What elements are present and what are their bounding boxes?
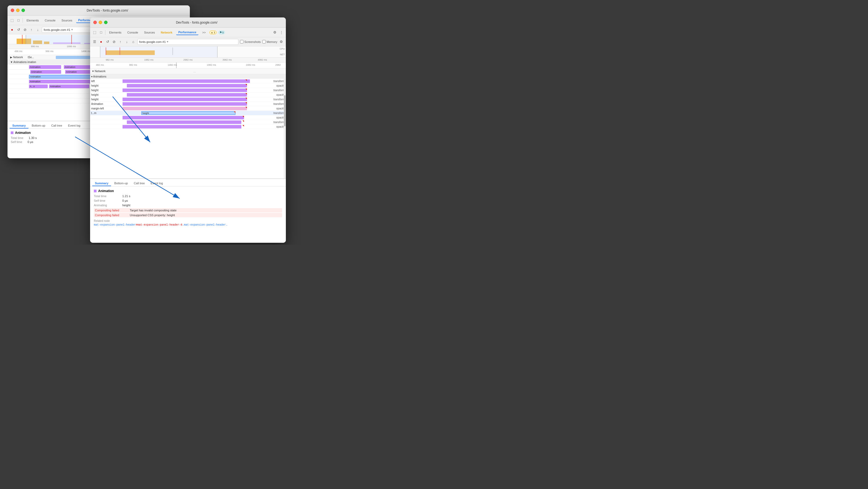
related-node-label: Related node — [94, 219, 282, 222]
tick-996ms-1: 996 ms — [31, 45, 39, 48]
info-badge-2: ⚑ 1 — [218, 31, 225, 34]
w2-flame-row-7: t...m height transform — [90, 111, 286, 115]
close-button-1[interactable] — [11, 8, 14, 12]
w2-flame-row-6: margin-left opacity — [90, 106, 286, 111]
record-icon-2[interactable]: ● — [99, 39, 103, 44]
upload-icon-1[interactable]: ↑ — [29, 27, 34, 32]
maximize-button-2[interactable] — [104, 21, 107, 24]
bottomup-tab-1[interactable]: Bottom-up — [29, 123, 48, 128]
tab-console-1[interactable]: Console — [43, 18, 58, 23]
title-bar-2: DevTools - fonts.google.com/ — [90, 18, 286, 28]
url-bar-2: fonts.google.com #1 ▾ — [137, 39, 238, 45]
clear-icon-2[interactable]: ⊘ — [112, 39, 116, 44]
summary-content-2: Animation Total time 1.21 s Self time 0 … — [90, 186, 286, 243]
tab-elements-2[interactable]: Elements — [107, 30, 124, 35]
inspector-icon[interactable]: ⬚ — [10, 18, 14, 23]
zoom-ruler-2: 482 ms 982 ms 1482 ms 1982 ms 2482 ms 29… — [90, 62, 286, 68]
record-icon-1[interactable]: ● — [10, 27, 14, 32]
calltree-tab-1[interactable]: Call tree — [49, 123, 65, 128]
minimize-button-2[interactable] — [99, 21, 102, 24]
traffic-lights-1 — [11, 8, 25, 12]
summary-title-2: Animation — [94, 189, 282, 193]
dots-label: ... — [105, 70, 284, 73]
more-icon-2[interactable]: ⋮ — [279, 30, 284, 35]
bottom-panel-2: Summary Bottom-up Call tree Event log An… — [90, 178, 286, 243]
sidebar-icon-2[interactable]: ☰ — [92, 39, 97, 44]
total-time-row-2: Total time 1.21 s — [94, 194, 282, 198]
settings-icon-2[interactable]: ⚙ — [273, 30, 277, 35]
related-node-value[interactable]: mat-expansion-panel-header#mat-expansion… — [94, 223, 282, 226]
network-label-1: ▶ Network — [9, 56, 24, 59]
net-label: NET — [280, 53, 285, 56]
toolbar2-2: ☰ ● ↺ ⊘ ↑ ↓ ⌂ fonts.google.com #1 ▾ Scre… — [90, 37, 286, 47]
w2-flame-row-0: left transform — [90, 79, 286, 84]
w2-flame-row-3: height opacity — [90, 93, 286, 97]
timeline-minimap-2[interactable]: CPU NET 982 ms 1982 ms 2982 ms 3982 ms 4… — [90, 47, 286, 62]
toolbar-sep-1 — [23, 18, 23, 23]
screenshots-checkbox-2[interactable]: Screenshots — [240, 40, 261, 43]
url-text-1: fonts.google.com #1 — [44, 28, 70, 31]
devtools-window-2: DevTools - fonts.google.com/ ⬚ □ Element… — [90, 18, 286, 243]
tab-console-2[interactable]: Console — [125, 30, 140, 35]
self-time-row-2: Self time 0 μs — [94, 199, 282, 202]
animations-label-1: ▼ Animations imation — [9, 61, 37, 64]
tab-more-2[interactable]: >> — [200, 30, 208, 35]
device-icon[interactable]: □ — [16, 18, 21, 23]
window-title-1: DevTools - fonts.google.com/ — [28, 8, 187, 12]
tab-performance-2[interactable]: Performance — [176, 30, 198, 35]
traffic-lights-2 — [93, 21, 107, 24]
warn-badge-2: ▲ 1 — [210, 31, 216, 34]
device-icon-2[interactable]: □ — [99, 30, 103, 35]
toolbar-sep-2 — [105, 30, 105, 35]
calltree-tab-2[interactable]: Call tree — [131, 181, 148, 186]
network-label-2: ▾ Network — [92, 69, 105, 73]
w2-flame-row-9: transform — [90, 120, 286, 124]
summary-color-1 — [11, 131, 13, 134]
bottom-tabs-2: Summary Bottom-up Call tree Event log — [90, 179, 286, 186]
maximize-button-1[interactable] — [22, 8, 25, 12]
animating-row: Animating height — [94, 204, 282, 207]
memory-checkbox-2[interactable]: Memory — [262, 40, 277, 43]
tse-label: tSe... — [27, 56, 35, 59]
inspector-icon-2[interactable]: ⬚ — [92, 30, 97, 35]
download-icon-1[interactable]: ↓ — [35, 27, 40, 32]
tab-sources-2[interactable]: Sources — [142, 30, 157, 35]
error-row-1: Compositing failed Unsupported CSS prope… — [94, 213, 282, 217]
w2-flame-row-4: height transform — [90, 97, 286, 102]
anim-bar[interactable]: Animation — [64, 65, 91, 69]
w2-flame-row-1: height opacity — [90, 84, 286, 88]
tab-elements-1[interactable]: Elements — [24, 18, 41, 23]
summary-tab-2[interactable]: Summary — [92, 181, 111, 186]
w2-flame-row-2: height transform — [90, 88, 286, 93]
timeline-numbers-2: 982 ms 1982 ms 2982 ms 3982 ms 4982 ms — [90, 57, 286, 62]
settings3-icon-2[interactable]: ⚙ — [279, 39, 284, 44]
error-row-0: Compositing failed Target has invalid co… — [94, 208, 282, 212]
upload-icon-2[interactable]: ↑ — [118, 39, 123, 44]
minimize-button-1[interactable] — [16, 8, 20, 12]
tab-sources-1[interactable]: Sources — [59, 18, 74, 23]
home-icon-2[interactable]: ⌂ — [131, 39, 136, 44]
reload-icon-1[interactable]: ↺ — [16, 27, 21, 32]
w2-flame-row-8: opacity — [90, 115, 286, 120]
reload-icon-2[interactable]: ↺ — [105, 39, 110, 44]
clear-icon-1[interactable]: ⊘ — [23, 27, 27, 32]
cpu-label: CPU — [280, 48, 285, 50]
eventlog-tab-2[interactable]: Event log — [148, 181, 166, 186]
summary-color-2 — [94, 190, 96, 192]
eventlog-tab-1[interactable]: Event log — [65, 123, 83, 128]
flame-container-2: ▾ Animations left transform height opaci… — [90, 74, 286, 178]
download-icon-2[interactable]: ↓ — [124, 39, 129, 44]
tab-network-2[interactable]: Network — [159, 30, 175, 35]
animations-header-2[interactable]: ▾ Animations — [90, 74, 286, 79]
bottomup-tab-2[interactable]: Bottom-up — [112, 181, 131, 186]
main-toolbar-2: ⬚ □ Elements Console Sources Network Per… — [90, 28, 286, 37]
close-button-2[interactable] — [93, 21, 97, 24]
anim-bar[interactable]: Animation — [29, 65, 61, 69]
url-text-2: fonts.google.com #1 — [139, 40, 166, 43]
scrollbar-2[interactable] — [284, 74, 286, 178]
scrollbar-thumb-2[interactable] — [284, 95, 286, 126]
network-row-2: ▾ Network ... — [90, 68, 286, 74]
window-title-2: DevTools - fonts.google.com/ — [111, 21, 283, 24]
summary-tab-1[interactable]: Summary — [10, 123, 28, 128]
w2-flame-row-5: Animation transform — [90, 102, 286, 106]
